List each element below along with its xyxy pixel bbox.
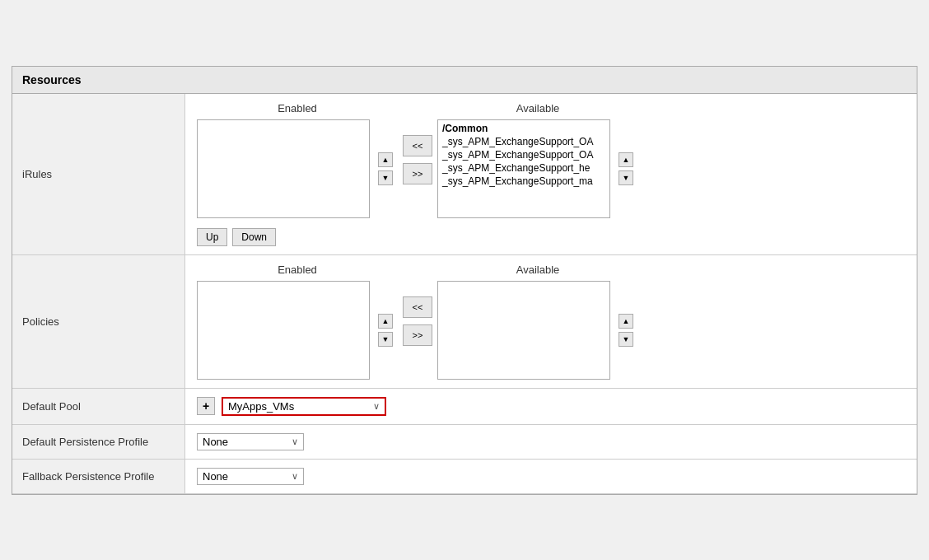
policies-row: Policies Enabled ▲ ▼ xyxy=(12,255,917,389)
fallback-persistence-value: None xyxy=(203,470,288,483)
irules-enabled-scroll-up[interactable]: ▲ xyxy=(378,152,393,167)
default-persistence-value: None xyxy=(203,436,288,448)
policies-enabled-section: Enabled ▲ ▼ xyxy=(197,264,398,380)
policies-enabled-listbox[interactable] xyxy=(197,281,370,380)
irules-available-listbox[interactable]: /Common _sys_APM_ExchangeSupport_OA _sys… xyxy=(437,119,610,218)
irules-available-item-4[interactable]: _sys_APM_ExchangeSupport_ma xyxy=(440,175,608,188)
default-persistence-arrow: ∨ xyxy=(292,436,298,447)
irules-available-item-2[interactable]: _sys_APM_ExchangeSupport_OA xyxy=(440,148,608,161)
default-persistence-dropdown[interactable]: None ∨ xyxy=(197,433,304,450)
fallback-persistence-label: Fallback Persistence Profile xyxy=(12,460,185,493)
irules-updown-buttons: Up Down xyxy=(197,228,905,246)
fallback-persistence-dropdown[interactable]: None ∨ xyxy=(197,468,304,485)
irules-available-item-0[interactable]: /Common xyxy=(440,122,608,135)
resources-panel: Resources iRules Enabled ▲ ▼ xyxy=(12,66,917,495)
irules-available-scroll-up[interactable]: ▲ xyxy=(619,152,633,167)
policies-available-label: Available xyxy=(437,264,638,276)
policies-available-scroll: ▲ ▼ xyxy=(619,314,633,347)
irules-enabled-scroll-down[interactable]: ▼ xyxy=(378,170,393,185)
irules-enabled-scroll: ▲ ▼ xyxy=(378,152,393,185)
policies-transfer-left[interactable]: << xyxy=(403,296,432,318)
fallback-persistence-arrow: ∨ xyxy=(292,471,298,482)
irules-up-button[interactable]: Up xyxy=(197,228,227,246)
default-pool-row: Default Pool + MyApps_VMs ∨ xyxy=(12,389,917,425)
policies-available-scroll-up[interactable]: ▲ xyxy=(619,314,633,329)
irules-down-button[interactable]: Down xyxy=(232,228,276,246)
fallback-persistence-content: None ∨ xyxy=(185,460,917,493)
policies-content: Enabled ▲ ▼ << >> xyxy=(185,255,917,388)
default-pool-content: + MyApps_VMs ∨ xyxy=(185,389,917,424)
irules-transfer-right[interactable]: >> xyxy=(403,163,432,184)
policies-enabled-scroll-down[interactable]: ▼ xyxy=(378,332,393,347)
panel-title: Resources xyxy=(12,67,917,94)
default-pool-add-button[interactable]: + xyxy=(197,397,215,415)
policies-enabled-scroll-up[interactable]: ▲ xyxy=(378,314,393,329)
irules-available-item-3[interactable]: _sys_APM_ExchangeSupport_he xyxy=(440,161,608,175)
policies-enabled-scroll: ▲ ▼ xyxy=(378,314,393,347)
default-persistence-content: None ∨ xyxy=(185,425,917,459)
policies-transfer-buttons: << >> xyxy=(403,296,432,346)
policies-available-scroll-down[interactable]: ▼ xyxy=(619,332,633,347)
irules-transfer-left[interactable]: << xyxy=(403,135,432,156)
fallback-persistence-row: Fallback Persistence Profile None ∨ xyxy=(12,460,917,494)
irules-enabled-section: Enabled ▲ ▼ xyxy=(197,102,398,218)
irules-available-scroll-down[interactable]: ▼ xyxy=(619,170,633,185)
default-pool-dropdown[interactable]: MyApps_VMs ∨ xyxy=(222,397,386,416)
policies-available-listbox[interactable] xyxy=(437,281,610,380)
policies-enabled-label: Enabled xyxy=(197,264,398,276)
policies-available-section: Available ▲ ▼ xyxy=(437,264,638,380)
irules-available-scroll: ▲ ▼ xyxy=(619,152,633,185)
irules-row: iRules Enabled ▲ ▼ xyxy=(12,94,917,255)
policies-label: Policies xyxy=(12,255,185,388)
default-pool-label: Default Pool xyxy=(12,389,185,424)
default-persistence-label: Default Persistence Profile xyxy=(12,425,185,459)
irules-content: Enabled ▲ ▼ << >> xyxy=(185,94,917,254)
irules-enabled-label: Enabled xyxy=(197,102,398,114)
irules-enabled-listbox[interactable] xyxy=(197,119,370,218)
irules-available-item-1[interactable]: _sys_APM_ExchangeSupport_OA xyxy=(440,135,608,148)
irules-available-section: Available /Common _sys_APM_ExchangeSuppo… xyxy=(437,102,638,218)
policies-transfer-right[interactable]: >> xyxy=(403,324,432,346)
default-pool-value: MyApps_VMs xyxy=(228,400,370,413)
default-persistence-row: Default Persistence Profile None ∨ xyxy=(12,425,917,460)
irules-label: iRules xyxy=(12,94,185,254)
default-pool-arrow: ∨ xyxy=(373,401,380,412)
irules-transfer-buttons: << >> xyxy=(403,135,432,184)
irules-available-label: Available xyxy=(437,102,638,114)
